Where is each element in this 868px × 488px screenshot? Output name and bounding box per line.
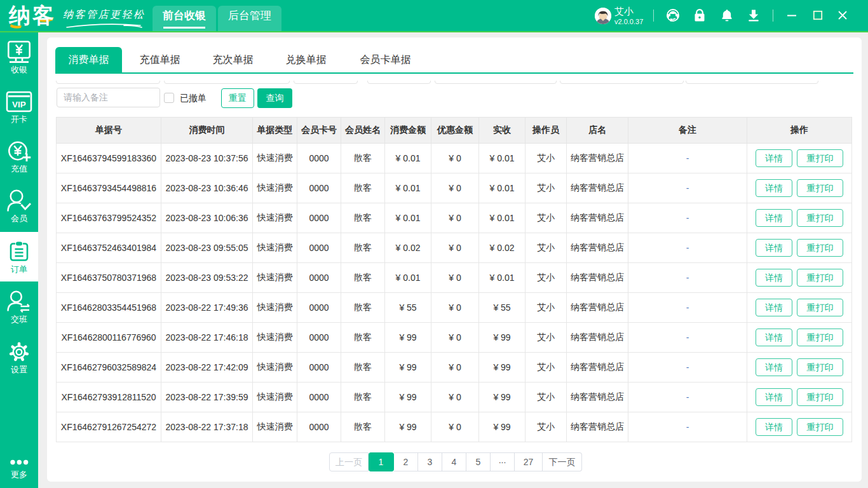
svg-text:VIP: VIP — [12, 100, 26, 109]
